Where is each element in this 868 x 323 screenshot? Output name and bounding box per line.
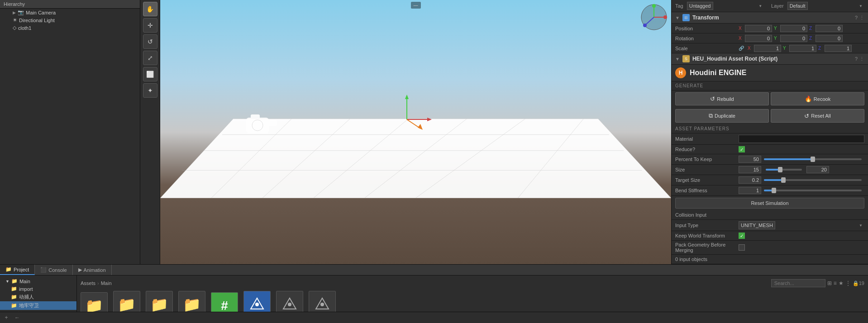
tab-animation[interactable]: ▶ Animation [73,265,112,275]
layer-select[interactable]: Default [787,2,808,10]
nav-back-button[interactable]: ← [13,313,22,322]
size-input-1[interactable] [739,166,761,173]
target-size-slider-track[interactable] [764,179,862,181]
svg-point-31 [255,303,259,306]
duplicate-icon: ⧉ [709,112,713,119]
rebuild-icon: ↺ [710,95,715,102]
pack-geometry-checkbox[interactable] [739,244,745,251]
size-slider-thumb[interactable] [778,167,782,172]
position-y-input[interactable] [780,25,807,32]
scale-label: Scale [675,46,739,51]
target-size-value[interactable] [739,176,761,184]
hand-tool-button[interactable]: ✋ [143,2,157,16]
asset-item-dongbu[interactable]: 📁 动捕人 [113,291,140,312]
asset-item-nvshi[interactable]: 📁 女士 [178,291,205,312]
recook-button[interactable]: 🔥 Recook [771,92,864,105]
input-type-select[interactable]: UNITY_MESH [739,221,775,229]
rect-tool-button[interactable]: ⬜ [143,67,157,81]
hierarchy-item-cloth1[interactable]: ◇ cloth1 [0,24,140,32]
move-tool-button[interactable]: ✛ [143,18,157,33]
layer-select-wrapper[interactable]: Default [787,2,864,10]
rebuild-button[interactable]: ↺ Rebuild [675,92,769,105]
scale-tool-button[interactable]: ⤢ [143,51,157,65]
svg-marker-22 [418,124,423,130]
tree-folder-icon: 📁 [11,278,18,284]
keep-world-transform-checkbox[interactable]: ✓ [739,233,745,239]
help-icon[interactable]: ? [855,15,858,21]
toolbar-icon-4[interactable]: ⋮ [845,280,851,286]
asset-thumb-nvshi: 📁 [178,291,205,312]
bend-stiffness-value[interactable] [739,187,761,194]
rotation-row: Rotation X Y Z [672,33,868,43]
animation-tab-icon: ▶ [78,267,82,273]
search-input[interactable] [771,279,825,287]
tree-item-dongbu[interactable]: 📁 动捕人 [0,293,76,301]
asset-item-import[interactable]: 📁 import [81,292,108,312]
transform-arrow-icon: ▼ [675,15,680,20]
tag-select-wrapper[interactable]: Untagged [687,2,764,10]
scale-x-input[interactable] [754,45,781,52]
transform-icon: ⊞ [682,14,690,21]
scale-y-input[interactable] [789,45,816,52]
target-size-slider-thumb[interactable] [781,177,786,183]
reset-simulation-button[interactable]: Reset Simulation [675,198,864,209]
duplicate-button[interactable]: ⧉ Duplicate [675,109,769,123]
rotate-tool-button[interactable]: ↺ [143,34,157,49]
settings-icon[interactable]: ⋮ [859,15,864,21]
tree-item-import[interactable]: 📁 import [0,285,76,293]
asset-thumb-chushi [243,291,271,312]
tab-project[interactable]: 📁 Project [0,265,35,275]
transform-tool-button[interactable]: ✦ [143,83,157,98]
toolbar-icon-3[interactable]: ★ [839,280,844,286]
size-input-2[interactable] [806,166,829,173]
mesh-icon: ◇ [13,25,16,31]
scale-z-input[interactable] [825,45,852,52]
size-label: Size [675,167,739,172]
percent-to-keep-value[interactable] [739,156,761,163]
asset-params-header: ASSET PARAMETERS [672,124,868,133]
tag-select[interactable]: Untagged [687,2,713,10]
toolbar-icon-1[interactable]: ⊞ [827,280,832,286]
percent-to-keep-slider-thumb[interactable] [811,157,815,162]
size-inputs [739,166,829,173]
size-slider-track[interactable] [766,169,802,171]
hierarchy-item-main-camera[interactable]: ▶ 📷 Main Camera [0,9,140,16]
input-type-row: Input Type UNITY_MESH ▼ [672,220,868,231]
rotation-x-input[interactable] [745,35,772,42]
asset-item-chushi[interactable]: 初始场景 [243,291,271,312]
reset-all-button[interactable]: ↺ Reset All [771,109,864,123]
bend-stiffness-slider-thumb[interactable] [772,188,776,193]
asset-item-carema2[interactable]: # Carema2 [211,292,238,312]
rotation-z-input[interactable] [816,35,843,42]
input-type-select-wrapper[interactable]: UNITY_MESH ▼ [739,221,864,229]
orientation-gizmo [640,4,668,31]
toolbar-icon-2[interactable]: ≡ [834,280,837,286]
material-field[interactable] [739,135,864,143]
percent-to-keep-slider-track[interactable] [764,158,862,160]
add-button[interactable]: + [2,313,11,322]
reduce-checkbox[interactable]: ✓ [739,146,745,152]
breadcrumb-sep: › [97,280,99,286]
tab-console[interactable]: ⬛ Console [35,265,72,275]
asset-item-dimu[interactable]: 地牢 [276,291,303,312]
bend-stiffness-slider-track[interactable] [764,190,862,191]
rotation-y-input[interactable] [780,35,807,42]
script-settings-icon[interactable]: ⋮ [859,56,864,62]
asset-toolbar: Assets › Main ⊞ ≡ ★ ⋮ 🔒19 [81,279,864,287]
viewport-label: — [411,2,421,9]
asset-item-ceshi[interactable]: 测试 [309,291,336,312]
position-x-input[interactable] [745,25,772,32]
tree-item-dizishouwei[interactable]: 📁 地牢守卫 [0,301,76,310]
script-help-icon[interactable]: ? [855,56,858,62]
reduce-row: Reduce? ✓ [672,145,868,154]
asset-thumb-dimu [276,291,303,312]
asset-thumb-ceshi [309,291,336,312]
svg-marker-20 [427,118,432,121]
transform-section-icons: ? ⋮ [855,15,864,21]
asset-item-dizishouwei[interactable]: 📁 地牢守卫 [146,291,173,312]
hierarchy-item-directional-light[interactable]: ☀ Directional Light [0,16,140,24]
viewport[interactable]: — [160,0,671,264]
asset-toolbar-right: ⊞ ≡ ★ ⋮ 🔒19 [771,279,864,287]
position-z-input[interactable] [816,25,843,32]
tree-item-main[interactable]: ▼ 📁 Main [0,277,76,285]
